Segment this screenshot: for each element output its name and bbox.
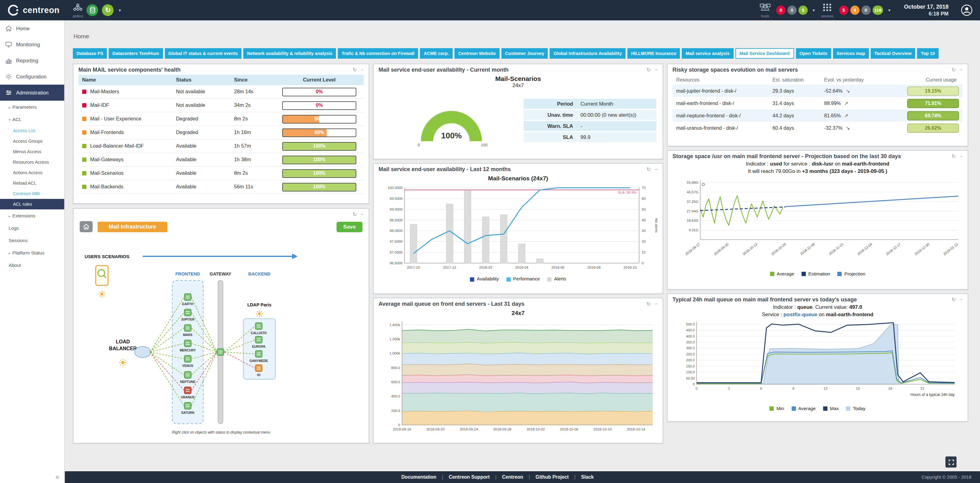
chevron-down-icon[interactable]: ▾ [888, 8, 891, 13]
tab-trafic-nb-connection-on-firewall[interactable]: Trafic & Nb connection on Firewall [338, 48, 418, 59]
sidebar-item-about[interactable]: About [0, 259, 64, 271]
services-status[interactable]: services 540118 ▾ [821, 2, 891, 18]
svg-text:Nb alerts: Nb alerts [655, 218, 658, 233]
centreon-logo[interactable]: centreon [7, 4, 67, 16]
sidebar-item-platform-status[interactable]: ▸Platform Status [0, 246, 64, 259]
sidebar-item-access-list[interactable]: Access List [0, 125, 64, 136]
footer-link-slack[interactable]: Slack [581, 474, 594, 480]
infrastructure-diagram[interactable]: USERS SCENARIOSFRONTENDGATEWAYBACKENDLOA… [73, 237, 369, 442]
sidebar-item-reload-acl[interactable]: Reload ACL [0, 178, 64, 188]
tab-mail-service-analysis[interactable]: Mail service analysis [682, 48, 733, 59]
health-table-row[interactable]: Mail - User ExperienceDegraded8m 2s50% [78, 112, 364, 126]
storage-table-row[interactable]: mail-neptune-frontend - disk-/44.2 days8… [673, 109, 963, 122]
chevron-down-icon[interactable]: ▾ [813, 8, 815, 13]
minimize-icon[interactable]: − [361, 67, 364, 73]
sidebar-item-acl[interactable]: ▾ACL [0, 113, 64, 125]
refresh-icon[interactable]: ↻ [646, 166, 651, 172]
tab-hillmore-insurance[interactable]: HILLMORE Insurance [627, 48, 680, 59]
tab-centreon-website[interactable]: Centreon Website [455, 48, 500, 59]
storage-table-row[interactable]: mail-uranus-frontend - disk-/60.4 days-3… [673, 122, 963, 134]
minimize-icon[interactable]: − [655, 166, 658, 172]
fullscreen-icon[interactable] [945, 456, 956, 467]
sidebar-item-parameters[interactable]: ▸Parameters [0, 101, 64, 113]
tab-network-availability-reliability-analysis[interactable]: Network availability & reliability analy… [243, 48, 336, 59]
minimize-icon[interactable]: − [959, 67, 963, 73]
tab-customer-journey[interactable]: Customer Journey [501, 48, 548, 59]
minimize-icon[interactable]: − [361, 211, 364, 217]
footer-link-documentation[interactable]: Documentation [401, 474, 437, 480]
minimize-icon[interactable]: − [655, 301, 658, 307]
storage-table-row[interactable]: mail-earth-frontend - disk-/31.4 days88.… [673, 97, 963, 109]
pollers-menu[interactable]: pollers ↻ ▾ [73, 2, 121, 18]
sidebar-item-extensions[interactable]: ▸Extensions [0, 209, 64, 222]
tab-open-tickets[interactable]: Open Tickets [795, 48, 831, 59]
refresh-icon[interactable]: ↻ [353, 211, 357, 217]
home-icon[interactable] [80, 221, 92, 232]
hosts-status[interactable]: hosts 005 ▾ [760, 2, 815, 18]
sidebar-item-acl-rules[interactable]: ACL rules [0, 199, 64, 209]
health-table-row[interactable]: Mail-MastersNot available28m 14s0% [78, 85, 364, 99]
host-status-badge[interactable]: 0 [788, 6, 797, 15]
minimize-icon[interactable]: − [959, 153, 963, 159]
tab-top-10[interactable]: Top 10 [917, 48, 938, 59]
tab-global-infrastructure-availability[interactable]: Global Infrastructure Availability [550, 48, 625, 59]
refresh-icon[interactable]: ↻ [646, 301, 651, 307]
service-status-badge[interactable]: 0 [861, 6, 870, 15]
service-status-badge[interactable]: 5 [839, 6, 848, 15]
health-table-row[interactable]: Mail-GatewaysAvailable1h 38m100% [78, 153, 364, 166]
service-status-badge[interactable]: 4 [850, 6, 859, 15]
sidebar-collapse-button[interactable]: « [56, 473, 59, 481]
sidebar-item-administration[interactable]: Administration [0, 84, 64, 101]
tab-datacenters-tem-hum[interactable]: Datacenters Tem/Hum [109, 48, 163, 59]
sidebar-item-resources-access[interactable]: Resources Access [0, 157, 64, 167]
service-status-badge[interactable]: 118 [872, 6, 883, 15]
minimize-icon[interactable]: − [959, 296, 963, 303]
footer-links: Documentation|Centreon Support|Centreon|… [73, 474, 922, 480]
sidebar-item-monitoring[interactable]: Monitoring [0, 37, 64, 53]
health-table-row[interactable]: Mail-FrontendsDegraded1h 16m60% [78, 126, 364, 139]
health-table-row[interactable]: Mail-ScenariosAvailable8m 2s100% [78, 166, 364, 180]
refresh-icon[interactable]: ↻ [353, 67, 357, 73]
sidebar-item-configuration[interactable]: Configuration [0, 69, 64, 84]
footer-link-centreon[interactable]: Centreon [502, 474, 523, 480]
tab-global-it-status-current-events[interactable]: Global IT status & current events [165, 48, 242, 59]
infrastructure-label[interactable]: Mail Infrastructure [97, 222, 167, 232]
footer-link-centreon-support[interactable]: Centreon Support [449, 474, 490, 480]
refresh-icon[interactable]: ↻ [951, 296, 956, 303]
footer-link-github-project[interactable]: Github Project [536, 474, 569, 480]
sidebar-item-logs[interactable]: Logs [0, 222, 64, 234]
tab-services-map[interactable]: Services map [833, 48, 869, 59]
host-status-badge[interactable]: 0 [776, 6, 786, 15]
tab-database-fs[interactable]: Database FS [73, 48, 107, 59]
sidebar-item-access-groups[interactable]: Access Groups [0, 136, 64, 147]
sidebar-item-reporting[interactable]: Reporting [0, 53, 64, 69]
svg-text:98.0000: 98.0000 [390, 228, 402, 233]
host-status-badge[interactable]: 5 [799, 6, 808, 15]
svg-text:EARTH: EARTH [182, 302, 193, 306]
breadcrumb[interactable]: Home [73, 33, 89, 40]
refresh-icon[interactable]: ↻ [951, 67, 956, 73]
health-table-row[interactable]: Load-Balancer-Mail-IDFAvailable1h 57m100… [78, 139, 364, 153]
sidebar-item-home[interactable]: Home [0, 21, 64, 37]
legend-item: Today [846, 405, 866, 411]
chevron-down-icon[interactable]: ▾ [119, 8, 121, 13]
user-avatar[interactable] [961, 4, 973, 16]
tab-tactical-overview[interactable]: Tactical Overview [871, 48, 915, 59]
database-icon[interactable] [86, 4, 98, 16]
sidebar-item-menus-access[interactable]: Menus Access [0, 147, 64, 157]
storage-table-row[interactable]: mail-jupiter-frontend - disk-/29.3 days-… [673, 84, 963, 97]
minimize-icon[interactable]: − [655, 67, 658, 73]
health-table-row[interactable]: Mail-IDFNot available34m 2s0% [78, 99, 364, 112]
tab-acme-corp[interactable]: ACME corp. [420, 48, 452, 59]
tab-mail-service-dashboard[interactable]: Mail Service Dashboard [735, 48, 794, 59]
save-button[interactable]: Save [337, 222, 363, 232]
sidebar-item-centreon-mbi[interactable]: Centreon MBI [0, 188, 64, 199]
refresh-icon[interactable]: ↻ [951, 153, 956, 159]
sidebar-item-sessions[interactable]: Sessions [0, 234, 64, 246]
sidebar-item-label: Resources Access [13, 159, 49, 164]
health-table-row[interactable]: Mail-BackendsAvailable56m 11s100% [78, 180, 364, 194]
refresh-icon[interactable]: ↻ [646, 67, 651, 73]
refresh-circle-icon[interactable]: ↻ [102, 4, 114, 16]
sidebar-item-actions-access[interactable]: Actions Access [0, 167, 64, 178]
svg-text:200.0: 200.0 [391, 408, 400, 413]
